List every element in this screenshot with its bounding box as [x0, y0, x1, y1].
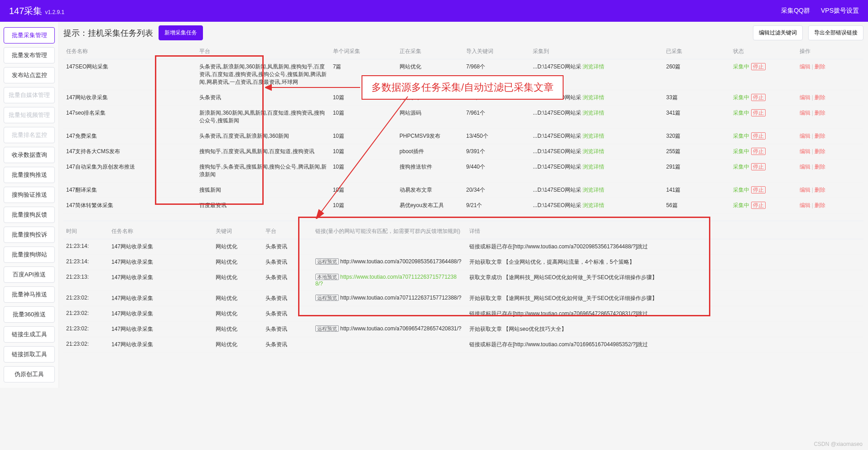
edit-filter-button[interactable]: 编辑过滤关键词 [753, 25, 803, 40]
cell-imported-kw: 9/440个 [463, 160, 530, 183]
delete-button[interactable]: 删除 [815, 94, 825, 101]
stop-button[interactable]: 停止 [751, 132, 766, 140]
edit-button[interactable]: 编辑 [800, 94, 810, 101]
cell-task-name: 147网站收录采集 [109, 255, 213, 270]
detail-link[interactable]: 浏览详情 [583, 133, 604, 139]
edit-button[interactable]: 编辑 [800, 202, 810, 208]
cell-collecting: PHPCMSV9发布 [397, 129, 463, 144]
cell-status: 采集中停止 [730, 129, 797, 144]
delete-button[interactable]: 删除 [815, 164, 825, 170]
sidebar-item-0[interactable]: 批量采集管理 [4, 27, 55, 44]
stop-button[interactable]: 停止 [751, 163, 766, 170]
cell-detail: 开始获取文章 【途网科技_网站SEO优化如何做_关于SEO优化详细操作步骤】 [467, 291, 863, 306]
edit-button[interactable]: 编辑 [800, 63, 810, 70]
delete-button[interactable]: 删除 [815, 63, 825, 70]
sidebar-item-11[interactable]: 批量搜狗绑站 [4, 247, 55, 263]
stop-button[interactable]: 停止 [751, 63, 766, 70]
brand-version: v1.2.9.1 [45, 9, 64, 15]
detail-link[interactable]: 浏览详情 [583, 94, 604, 101]
cell-time: 21:23:02: [63, 322, 109, 337]
preview-badge[interactable]: 远程预览 [315, 325, 339, 332]
edit-button[interactable]: 编辑 [800, 133, 810, 139]
sidebar-item-14[interactable]: 批量360推送 [4, 306, 55, 323]
edit-button[interactable]: 编辑 [800, 164, 810, 170]
sidebar-item-15[interactable]: 链接生成工具 [4, 326, 55, 343]
sidebar-item-6[interactable]: 收录数据查询 [4, 147, 55, 163]
sidebar-item-17[interactable]: 伪原创工具 [4, 366, 55, 382]
delete-button[interactable]: 删除 [815, 110, 825, 116]
sidebar-item-1[interactable]: 批量发布管理 [4, 47, 55, 63]
sidebar-item-10[interactable]: 批量搜狗投诉 [4, 227, 55, 243]
log-url[interactable]: http://www.toutiao.com/a7002098535617364… [340, 258, 462, 265]
sidebar-item-2[interactable]: 发布站点监控 [4, 67, 55, 83]
cell-task-name: 147简体转繁体采集 [63, 198, 197, 213]
detail-link[interactable]: 浏览详情 [583, 148, 604, 155]
detail-link[interactable]: 浏览详情 [583, 63, 604, 70]
cell-collect-to: ...D:\147SEO网站采 浏览详情 [530, 129, 663, 144]
cell-action: 编辑|删除 [797, 90, 863, 106]
stop-button[interactable]: 停止 [751, 186, 766, 194]
edit-button[interactable]: 编辑 [800, 187, 810, 193]
preview-badge[interactable]: 远程预览 [315, 258, 339, 265]
cell-status: 采集中停止 [730, 183, 797, 198]
cell-link: 远程预览http://www.toutiao.com/a706965472865… [313, 322, 467, 337]
stop-button[interactable]: 停止 [751, 94, 766, 101]
cell-time: 21:23:14: [63, 255, 109, 270]
cell-task-name: 147SEO网站采集 [63, 59, 197, 90]
cell-platform: 头条资讯 [263, 291, 313, 306]
cell-single-word: 10篇 [330, 183, 397, 198]
detail-link[interactable]: 浏览详情 [583, 110, 604, 116]
sidebar-item-12[interactable]: 百度API推送 [4, 266, 55, 283]
sidebar-item-16[interactable]: 链接抓取工具 [4, 346, 55, 363]
cell-task-name: 147翻译采集 [63, 183, 197, 198]
cell-imported-kw: 9/21个 [463, 198, 530, 213]
preview-badge[interactable]: 本地预览 [315, 274, 339, 280]
detail-link[interactable]: 浏览详情 [583, 187, 604, 193]
delete-button[interactable]: 删除 [815, 148, 825, 155]
delete-button[interactable]: 删除 [815, 133, 825, 139]
sidebar-item-9[interactable]: 批量搜狗反馈 [4, 207, 55, 223]
detail-link[interactable]: 浏览详情 [583, 164, 604, 170]
task-table: 任务名称 平台 单个词采集 正在采集 导入关键词 采集到 已采集 状态 操作 1… [63, 44, 863, 213]
stop-button[interactable]: 停止 [751, 148, 766, 155]
cell-platform: 搜狗知乎,头条资讯,搜狐新闻,搜狗公众号,腾讯新闻,新浪新闻 [197, 160, 330, 183]
stop-button[interactable]: 停止 [751, 109, 766, 116]
log-row: 21:23:02:147网站收录采集网站优化头条资讯链接或标题已存在[http:… [63, 306, 863, 322]
sidebar-item-8[interactable]: 搜狗验证推送 [4, 187, 55, 203]
panel-header: 提示：挂机采集任务列表 新增采集任务 编辑过滤关键词 导出全部错误链接 [63, 25, 863, 40]
edit-button[interactable]: 编辑 [800, 148, 810, 155]
task-row: 147简体转繁体采集百度最资讯10篇易优eyou发布工具9/21个...D:\1… [63, 198, 863, 213]
cell-platform: 头条资讯,新浪新闻,360新闻,凤凰新闻,搜狗知乎,百度资讯,百度知道,搜狗资讯… [197, 59, 330, 90]
cell-action: 编辑|删除 [797, 183, 863, 198]
vps-dial-link[interactable]: VPS拨号设置 [821, 7, 859, 15]
stop-button[interactable]: 停止 [751, 202, 766, 209]
sidebar-item-7[interactable]: 批量搜狗推送 [4, 167, 55, 183]
cell-time: 21:23:02: [63, 306, 109, 322]
brand: 147采集 v1.2.9.1 [9, 5, 64, 17]
edit-button[interactable]: 编辑 [800, 110, 810, 116]
log-url[interactable]: http://www.toutiao.com/a7069654728657420… [340, 325, 462, 332]
sidebar-item-5: 批量排名监控 [4, 127, 55, 143]
detail-link[interactable]: 浏览详情 [583, 202, 604, 208]
cell-task-name: 147网站收录采集 [63, 90, 197, 106]
main-content: 提示：挂机采集任务列表 新增采集任务 编辑过滤关键词 导出全部错误链接 任务名称… [59, 22, 868, 388]
cell-detail: 链接或标题已存在[http://www.toutiao.com/a7002098… [467, 239, 863, 255]
export-errors-button[interactable]: 导出全部错误链接 [808, 25, 863, 40]
cell-keyword: 网站优化 [213, 306, 263, 322]
cell-imported-kw: 7/968个 [463, 59, 530, 90]
new-task-button[interactable]: 新增采集任务 [159, 25, 203, 40]
log-row: 21:23:02:147网站收录采集网站优化头条资讯远程预览http://www… [63, 322, 863, 337]
panel-title: 提示：挂机采集任务列表 [63, 28, 153, 39]
cell-collecting: 动易发布文章 [397, 183, 463, 198]
preview-badge[interactable]: 远程预览 [315, 295, 339, 301]
log-url[interactable]: http://www.toutiao.com/a7071122637157712… [340, 295, 462, 301]
sidebar-item-13[interactable]: 批量神马推送 [4, 286, 55, 303]
delete-button[interactable]: 删除 [815, 187, 825, 193]
cell-platform: 头条资讯 [263, 337, 313, 353]
log-scroll[interactable]: 时间 任务名称 关键词 平台 链接(量小的网站可能没有匹配，如需要可群内反馈增加… [63, 224, 863, 353]
cell-collected: 56篇 [663, 198, 730, 213]
delete-button[interactable]: 删除 [815, 202, 825, 208]
th-imported-kw: 导入关键词 [463, 44, 530, 59]
cell-single-word: 10篇 [330, 198, 397, 213]
qq-group-link[interactable]: 采集QQ群 [781, 7, 810, 15]
